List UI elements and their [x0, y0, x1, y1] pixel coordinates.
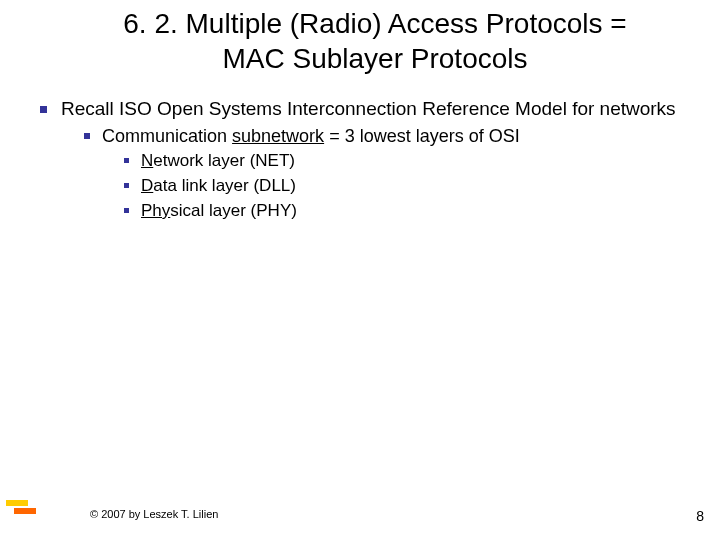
square-bullet-icon — [124, 208, 129, 213]
bullet-l3c-text: Physical layer (PHY) — [141, 200, 297, 223]
bullet-l2-text: Communication subnetwork = 3 lowest laye… — [102, 124, 520, 148]
bullet-l3a-text: Network layer (NET) — [141, 150, 295, 173]
underlined-text: N — [141, 151, 153, 170]
slide-title: 6. 2. Multiple (Radio) Access Protocols … — [0, 0, 720, 86]
slide-body: Recall ISO Open Systems Interconnection … — [0, 86, 720, 223]
text: etwork layer (NET) — [153, 151, 295, 170]
underlined-text: Phy — [141, 201, 170, 220]
bullet-level3: Data link layer (DLL) — [124, 175, 700, 198]
text: = 3 lowest layers of OSI — [324, 126, 520, 146]
text: ata link layer (DLL) — [153, 176, 296, 195]
square-bullet-icon — [40, 106, 47, 113]
square-bullet-icon — [84, 133, 90, 139]
bullet-level1: Recall ISO Open Systems Interconnection … — [40, 96, 700, 122]
square-bullet-icon — [124, 158, 129, 163]
underlined-text: D — [141, 176, 153, 195]
bullet-l1-text: Recall ISO Open Systems Interconnection … — [61, 96, 676, 122]
text: Communication — [102, 126, 232, 146]
title-line-2: MAC Sublayer Protocols — [222, 43, 527, 74]
copyright-text: © 2007 by Leszek T. Lilien — [90, 508, 218, 520]
bullet-l3b-text: Data link layer (DLL) — [141, 175, 296, 198]
bullet-level2: Communication subnetwork = 3 lowest laye… — [84, 124, 700, 148]
title-line-1: 6. 2. Multiple (Radio) Access Protocols … — [123, 8, 626, 39]
accent-decoration-icon — [4, 500, 38, 520]
bullet-level3: Physical layer (PHY) — [124, 200, 700, 223]
bullet-level3: Network layer (NET) — [124, 150, 700, 173]
text: sical layer (PHY) — [170, 201, 297, 220]
square-bullet-icon — [124, 183, 129, 188]
page-number: 8 — [696, 508, 704, 524]
underlined-text: subnetwork — [232, 126, 324, 146]
